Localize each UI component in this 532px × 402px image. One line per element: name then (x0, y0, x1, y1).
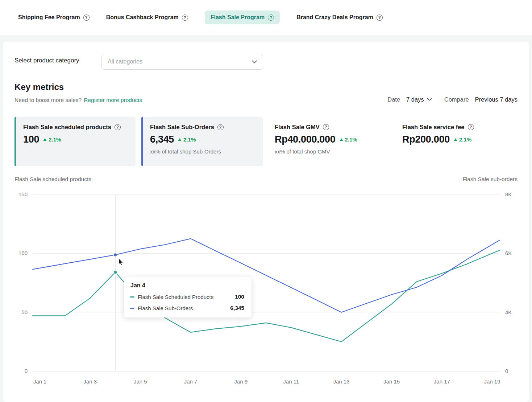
compare-range-value[interactable]: Previous 7 days (475, 96, 518, 103)
tab-brand-crazy-deals-program[interactable]: Brand Crazy Deals Program ? (296, 11, 383, 24)
date-label: Date (387, 96, 400, 103)
metric-title: Flash Sale service fee (402, 124, 465, 131)
arrow-up-icon (454, 138, 457, 141)
help-icon[interactable]: ? (468, 124, 474, 130)
flash-sale-dashboard: Shipping Fee Program ? Bonus Cashback Pr… (0, 0, 532, 402)
svg-text:6K: 6K (505, 250, 512, 256)
svg-text:150: 150 (18, 191, 28, 197)
tab-label: Shipping Fee Program (18, 14, 80, 21)
metric-value: Rp200.000 (402, 134, 450, 145)
tab-bonus-cashback-program[interactable]: Bonus Cashback Program ? (106, 11, 188, 24)
svg-text:Jan 17: Jan 17 (434, 378, 450, 385)
tab-label: Flash Sale Program (211, 14, 265, 21)
line-chart[interactable]: 1508K1006K504K00Jan 1Jan 3Jan 5Jan 7Jan … (3, 189, 529, 402)
tab-flash-sale-program[interactable]: Flash Sale Program ? (205, 11, 280, 24)
metric-title: Flash Sale scheduled products (23, 124, 111, 131)
compare-label: Compare (444, 96, 469, 103)
tooltip-date: Jan 4 (130, 282, 244, 289)
tab-shipping-fee-program[interactable]: Shipping Fee Program ? (18, 11, 90, 24)
metric-card-gmv: Flash Sale GMV ? Rp40.000.000 2.1% xx% o… (275, 117, 394, 166)
svg-text:Jan 11: Jan 11 (283, 378, 299, 385)
svg-text:Jan 3: Jan 3 (83, 378, 97, 385)
card-accent-bar (14, 117, 16, 166)
category-select-value: All categories (108, 58, 252, 65)
svg-text:50: 50 (21, 309, 28, 315)
svg-text:Jan 5: Jan 5 (134, 378, 147, 385)
help-icon[interactable]: ? (217, 124, 224, 130)
metric-delta: 2.1% (178, 136, 196, 143)
help-icon[interactable]: ? (268, 15, 274, 21)
metric-title: Flash Sale GMV (275, 124, 320, 131)
delta-value: 2.1% (345, 136, 357, 143)
arrow-up-icon (43, 138, 47, 141)
metric-card-sub-orders: Flash Sale Sub-Orders ? 6,345 2.1% xx% o… (141, 117, 263, 166)
svg-text:Jan 13: Jan 13 (333, 378, 349, 385)
metric-value: 6,345 (150, 134, 174, 145)
svg-text:Jan 7: Jan 7 (184, 378, 198, 385)
svg-text:0: 0 (505, 368, 508, 374)
help-icon[interactable]: ? (115, 124, 121, 130)
divider (438, 96, 438, 103)
metric-note: xx% of total shop Sub-Orders (150, 148, 257, 155)
help-icon[interactable]: ? (323, 124, 329, 130)
chevron-down-icon (252, 60, 257, 63)
mouse-cursor (118, 258, 124, 267)
metric-value: 100 (23, 134, 39, 145)
metric-delta: 2.1% (454, 136, 471, 143)
date-range-controls: Date 7 days Compare Previous 7 days (387, 95, 518, 104)
left-axis-title: Flash Sale scheduled products (14, 176, 91, 182)
card-accent-bar (141, 117, 143, 166)
help-icon[interactable]: ? (83, 15, 90, 21)
category-filter-label: Select product category (14, 57, 79, 64)
category-select[interactable]: All categories (101, 54, 263, 70)
tooltip-series-value: 6,345 (230, 305, 244, 311)
metric-title: Flash Sale Sub-Orders (150, 124, 214, 131)
chart-tooltip: Jan 4 Flash Sale Scheduled Products 100 … (124, 277, 252, 317)
help-icon[interactable]: ? (182, 15, 188, 21)
tooltip-series-label: Flash Sale Scheduled Products (138, 294, 213, 300)
delta-value: 2.1% (459, 136, 471, 143)
metric-value: Rp40.000.000 (275, 134, 336, 145)
svg-text:4K: 4K (505, 309, 512, 315)
register-more-products-link[interactable]: Register more products (84, 97, 142, 103)
tooltip-series-value: 100 (235, 294, 244, 300)
series-swatch-icon (130, 296, 134, 298)
arrow-up-icon (340, 138, 343, 141)
svg-text:Jan 19: Jan 19 (484, 378, 500, 385)
key-metrics-title: Key metrics (14, 82, 64, 92)
main-panel: Select product category All categories K… (3, 42, 529, 402)
svg-text:Jan 9: Jan 9 (234, 378, 248, 385)
right-axis-title: Flash Sale sub-orders (462, 176, 518, 182)
svg-text:Jan 1: Jan 1 (33, 378, 47, 385)
tooltip-row: Flash Sale Sub-Orders 6,345 (130, 305, 244, 311)
svg-text:Jan 15: Jan 15 (383, 378, 400, 385)
chevron-down-icon (427, 98, 432, 101)
metric-delta: 2.1% (340, 136, 357, 143)
tab-label: Bonus Cashback Program (106, 14, 179, 21)
tab-label: Brand Crazy Deals Program (296, 14, 373, 21)
tooltip-series-label: Flash Sale Sub-Orders (138, 305, 193, 311)
program-tab-bar: Shipping Fee Program ? Bonus Cashback Pr… (0, 0, 532, 35)
subtitle-text: Need to boost more sales? (14, 97, 82, 103)
svg-text:100: 100 (18, 250, 28, 256)
metric-card-scheduled-products: Flash Sale scheduled products ? 100 2.1% (14, 117, 136, 166)
help-icon[interactable]: ? (377, 15, 383, 21)
metric-card-service-fee: Flash Sale service fee ? Rp200.000 2.1% (402, 117, 522, 166)
delta-value: 2.1% (49, 136, 61, 143)
arrow-up-icon (178, 138, 182, 141)
series-swatch-icon (130, 308, 134, 309)
delta-value: 2.1% (183, 136, 196, 143)
svg-text:0: 0 (25, 368, 28, 374)
metric-note: xx% of total shop GMV (275, 148, 388, 155)
metric-delta: 2.1% (43, 136, 61, 143)
svg-text:8K: 8K (505, 191, 512, 197)
tooltip-row: Flash Sale Scheduled Products 100 (130, 294, 244, 300)
date-range-dropdown[interactable]: 7 days (406, 96, 432, 103)
chart-canvas[interactable]: 1508K1006K504K00Jan 1Jan 3Jan 5Jan 7Jan … (3, 189, 529, 402)
key-metrics-subtitle: Need to boost more sales? Register more … (14, 97, 142, 103)
date-range-value: 7 days (406, 96, 424, 103)
